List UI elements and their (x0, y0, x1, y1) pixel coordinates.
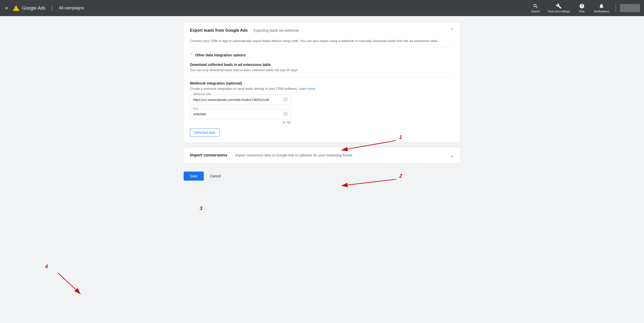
close-button[interactable]: × (4, 5, 9, 12)
info-icon[interactable]: ⓘ (284, 97, 288, 102)
header-divider: | (52, 5, 53, 11)
search-icon (533, 3, 538, 9)
import-conversions-card: Import conversions Import conversion dat… (184, 147, 460, 164)
download-desc: You can only download leads that've been… (190, 68, 454, 72)
card-header: Export leads from Google Ads Exporting l… (184, 22, 460, 38)
notifications-button[interactable]: Notifications (591, 1, 612, 15)
header-right: Search Tools and settings Help Notificat… (528, 1, 640, 15)
download-title: Download collected leads in ad extension… (190, 63, 454, 67)
save-button[interactable]: Save (184, 172, 204, 181)
import-title: Import conversions (190, 153, 227, 157)
footer-buttons: Save Cancel (184, 168, 460, 185)
google-ads-logo: Google Ads (12, 4, 46, 12)
key-field-wrap: Key ⓘ (190, 109, 291, 119)
card-header-left: Export leads from Google Ads Exporting l… (190, 28, 299, 33)
card-collapse-button[interactable]: ⌃ (450, 27, 454, 33)
arrow-4 (58, 273, 80, 294)
header: × Google Ads | All campaigns Search (0, 0, 644, 16)
learn-more-link[interactable]: Learn more (299, 87, 315, 91)
webhook-url-input[interactable] (190, 95, 291, 105)
nav-title: All campaigns (59, 6, 84, 10)
integration-section: ⌃ Other data integration options (184, 48, 460, 58)
export-leads-title: Export leads from Google Ads (190, 28, 248, 33)
search-button[interactable]: Search (528, 1, 543, 15)
download-section: Download collected leads in ad extension… (184, 63, 460, 77)
webhook-desc: Create a webhook integration to send lea… (190, 87, 454, 91)
key-info-icon[interactable]: ⓘ (284, 111, 288, 117)
annotation-3: 3 (200, 206, 203, 211)
app-name: Google Ads (22, 6, 46, 11)
google-ads-logo-icon (12, 4, 20, 12)
send-test-button[interactable]: Send test data (190, 128, 220, 137)
tools-icon (556, 3, 561, 9)
main-content: Export leads from Google Ads Exporting l… (0, 16, 644, 191)
char-count: 8 / 50 (190, 121, 291, 124)
notifications-icon (599, 3, 604, 9)
webhook-url-label: Webhook URL (192, 93, 212, 96)
svg-marker-1 (13, 5, 19, 11)
help-icon (579, 3, 585, 9)
export-leads-subtitle: Exporting leads via webhook (254, 28, 299, 32)
key-input[interactable] (190, 109, 291, 119)
notifications-label: Notifications (594, 10, 609, 13)
chevron-up-icon: ⌃ (450, 28, 454, 33)
header-left: × Google Ads | All campaigns (4, 4, 84, 12)
integration-section-title: Other data integration options (195, 53, 246, 57)
chevron-down-icon: ⌄ (450, 152, 454, 158)
card-description: Connect your CRM or app to automatically… (184, 38, 460, 48)
help-label: Help (579, 10, 585, 13)
tools-settings-button[interactable]: Tools and settings (545, 1, 572, 15)
webhook-section: Webhook integration (optional) Create a … (184, 77, 460, 143)
chevron-up-icon: ⌃ (190, 53, 193, 58)
integration-toggle[interactable]: ⌃ Other data integration options (190, 53, 454, 58)
import-card-left: Import conversions Import conversion dat… (190, 153, 352, 157)
header-vertical-divider (616, 4, 616, 12)
cancel-button[interactable]: Cancel (208, 172, 223, 181)
user-avatar (620, 4, 640, 12)
webhook-title: Webhook integration (optional) (190, 81, 454, 85)
key-label: Key (192, 107, 199, 110)
import-desc: Import conversion data to Google Ads to … (235, 153, 352, 157)
annotation-4: 4 (45, 264, 48, 269)
tools-label: Tools and settings (548, 10, 570, 13)
webhook-url-field-wrap: Webhook URL ⓘ (190, 95, 291, 105)
import-card-header[interactable]: Import conversions Import conversion dat… (184, 147, 460, 163)
content-wrap: Export leads from Google Ads Exporting l… (184, 22, 460, 185)
help-button[interactable]: Help (574, 1, 589, 15)
search-label: Search (531, 10, 540, 13)
export-leads-card: Export leads from Google Ads Exporting l… (184, 22, 460, 143)
